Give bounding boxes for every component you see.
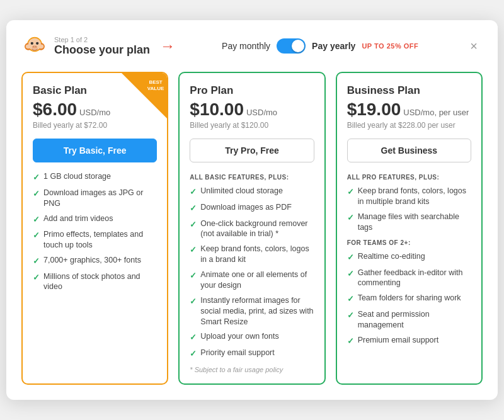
check-icon: ✓ <box>190 219 197 230</box>
basic-cta-button[interactable]: Try Basic, Free <box>33 139 157 162</box>
svg-point-4 <box>31 42 33 45</box>
check-icon: ✓ <box>33 256 40 267</box>
check-icon: ✓ <box>347 336 354 347</box>
business-team-feature-2: ✓ Gather feedback in-editor with comment… <box>347 268 471 289</box>
pro-feature-6: ✓ Instantly reformat images for social m… <box>190 295 314 327</box>
basic-feature-1: ✓ 1 GB cloud storage <box>33 171 157 183</box>
billing-toggle: Pay monthly Pay yearly UP TO 25% OFF <box>222 38 418 54</box>
svg-point-10 <box>38 45 43 49</box>
basic-billed: Billed yearly at $72.00 <box>33 121 157 130</box>
business-team-feature-5: ✓ Premium email support <box>347 335 471 347</box>
step-info: Step 1 of 2 Choose your plan <box>54 36 150 57</box>
plan-card-pro: Pro Plan $10.00 USD/mo Billed yearly at … <box>178 72 325 384</box>
header-left: Step 1 of 2 Choose your plan → <box>21 33 175 59</box>
basic-feature-4: ✓ Primo effects, templates and touch up … <box>33 229 157 251</box>
check-icon: ✓ <box>347 212 354 224</box>
svg-point-7 <box>33 46 34 47</box>
business-billed: Billed yearly at $228.00 per user <box>347 121 471 130</box>
pro-feature-4: ✓ Keep brand fonts, colors, logos in a b… <box>190 244 314 265</box>
business-team-feature-3: ✓ Team folders for sharing work <box>347 293 471 305</box>
svg-point-3 <box>28 38 41 51</box>
check-icon: ✓ <box>190 296 197 307</box>
business-plan-name: Business Plan <box>347 84 471 97</box>
check-icon: ✓ <box>190 270 197 281</box>
business-team-label: FOR TEAMS OF 2+: <box>347 239 471 246</box>
monkey-logo <box>21 33 48 59</box>
check-icon: ✓ <box>33 172 40 183</box>
business-price-row: $19.00 USD/mo, per user <box>347 99 471 120</box>
check-icon: ✓ <box>190 348 197 360</box>
pay-monthly-label: Pay monthly <box>222 41 270 51</box>
basic-price: $6.00 <box>33 99 77 120</box>
step-title: Choose your plan <box>54 43 150 57</box>
arrow-icon: → <box>160 37 175 55</box>
check-icon: ✓ <box>347 268 354 280</box>
basic-price-unit: USD/mo <box>79 108 110 117</box>
best-value-corner: BESTVALUE <box>122 73 167 118</box>
pro-billed: Billed yearly at $120.00 <box>190 121 314 130</box>
check-icon: ✓ <box>33 214 40 225</box>
check-icon: ✓ <box>347 310 354 321</box>
svg-point-8 <box>35 46 37 47</box>
check-icon: ✓ <box>190 203 197 214</box>
pro-feature-1: ✓ Unlimited cloud storage <box>190 186 314 198</box>
svg-point-5 <box>36 42 38 45</box>
step-label: Step 1 of 2 <box>54 36 150 43</box>
pricing-modal: Step 1 of 2 Choose your plan → Pay month… <box>6 20 498 399</box>
check-icon: ✓ <box>347 186 354 198</box>
pro-price: $10.00 <box>190 99 244 120</box>
business-team-feature-1: ✓ Realtime co-editing <box>347 251 471 263</box>
pro-feature-2: ✓ Download images as PDF <box>190 202 314 214</box>
billing-toggle-switch[interactable] <box>277 38 306 54</box>
business-team-feature-4: ✓ Seat and permission management <box>347 309 471 331</box>
pro-price-row: $10.00 USD/mo <box>190 99 314 120</box>
pro-feature-5: ✓ Animate one or all elements of your de… <box>190 270 314 291</box>
pay-yearly-label: Pay yearly <box>312 41 355 51</box>
basic-feature-6: ✓ Millions of stock photos and video <box>33 271 157 293</box>
basic-feature-3: ✓ Add and trim videos <box>33 213 157 225</box>
business-price: $19.00 <box>347 99 401 120</box>
business-features-label: ALL PRO FEATURES, PLUS: <box>347 174 471 181</box>
plan-card-basic: BESTVALUE Basic Plan $6.00 USD/mo Billed… <box>21 72 168 384</box>
plans-grid: BESTVALUE Basic Plan $6.00 USD/mo Billed… <box>21 72 483 384</box>
business-feature-2: ✓ Manage files with searchable tags <box>347 212 471 233</box>
business-price-unit: USD/mo, per user <box>403 108 469 117</box>
pro-feature-8: ✓ Priority email support <box>190 348 314 360</box>
check-icon: ✓ <box>190 186 197 198</box>
check-icon: ✓ <box>33 272 40 283</box>
check-icon: ✓ <box>347 252 354 263</box>
svg-point-9 <box>26 45 31 49</box>
pro-price-unit: USD/mo <box>246 108 277 117</box>
close-button[interactable]: × <box>465 37 483 56</box>
pro-plan-name: Pro Plan <box>190 84 314 97</box>
business-feature-1: ✓ Keep brand fonts, colors, logos in mul… <box>347 186 471 207</box>
basic-feature-2: ✓ Download images as JPG or PNG <box>33 188 157 209</box>
check-icon: ✓ <box>190 244 197 256</box>
pro-policy-note: * Subject to a fair usage policy <box>190 366 314 373</box>
check-icon: ✓ <box>190 332 197 343</box>
pro-feature-3: ✓ One-click background remover (not avai… <box>190 219 314 240</box>
check-icon: ✓ <box>33 188 40 200</box>
check-icon: ✓ <box>347 293 354 305</box>
toggle-knob <box>292 40 304 52</box>
pro-feature-7: ✓ Upload your own fonts <box>190 331 314 343</box>
business-cta-button[interactable]: Get Business <box>347 139 471 162</box>
modal-header: Step 1 of 2 Choose your plan → Pay month… <box>21 33 483 59</box>
svg-point-6 <box>32 46 37 49</box>
plan-card-business: Business Plan $19.00 USD/mo, per user Bi… <box>336 72 483 384</box>
best-value-text: BESTVALUE <box>147 79 164 91</box>
discount-badge: UP TO 25% OFF <box>362 42 418 50</box>
pro-features-label: ALL BASIC FEATURES, PLUS: <box>190 174 314 181</box>
check-icon: ✓ <box>33 230 40 241</box>
basic-feature-5: ✓ 7,000+ graphics, 300+ fonts <box>33 255 157 267</box>
pro-cta-button[interactable]: Try Pro, Free <box>190 139 314 162</box>
